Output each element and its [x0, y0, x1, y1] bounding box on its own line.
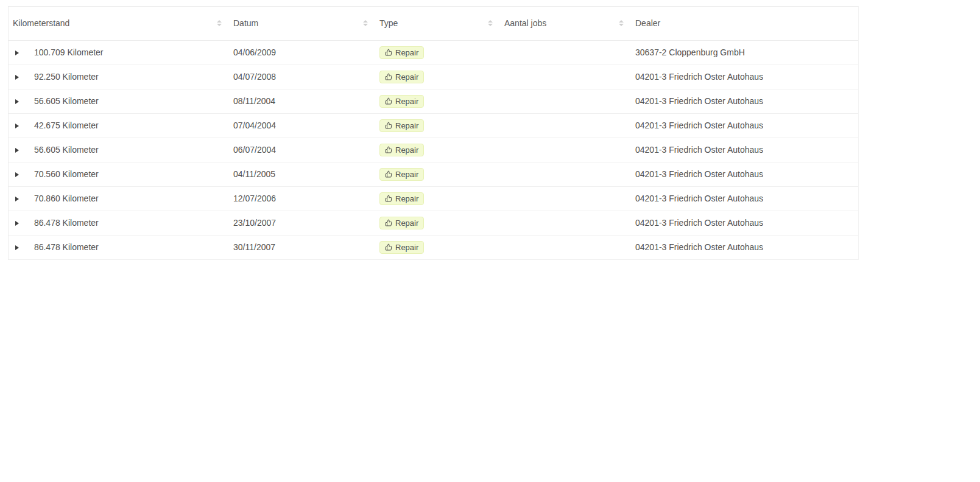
type-tag-label: Repair: [395, 193, 418, 204]
expand-row-icon[interactable]: [15, 99, 19, 104]
dealer-cell: 04201-3 Friedrich Oster Autohaus: [631, 235, 858, 259]
column-header-kilometerstand[interactable]: Kilometerstand: [9, 7, 229, 40]
type-tag: Repair: [379, 168, 424, 181]
thumbs-up-icon: [385, 219, 392, 226]
type-tag-label: Repair: [395, 144, 418, 156]
expand-row-icon[interactable]: [15, 148, 19, 153]
table-header: Kilometerstand Datum Type: [9, 7, 858, 40]
type-tag: Repair: [379, 71, 424, 83]
column-label: Aantal jobs: [504, 18, 546, 28]
table-row: 70.860 Kilometer 12/07/2006 Repair 04201…: [9, 186, 858, 211]
datum-cell: 07/04/2004: [229, 113, 375, 138]
type-cell: Repair: [375, 186, 500, 211]
kilometerstand-value: 100.709 Kilometer: [34, 48, 104, 58]
type-tag: Repair: [379, 241, 424, 254]
dealer-cell: 04201-3 Friedrich Oster Autohaus: [631, 138, 858, 162]
type-cell: Repair: [375, 162, 500, 186]
type-tag: Repair: [379, 192, 424, 205]
thumbs-up-icon: [385, 49, 392, 56]
kilometerstand-cell: 70.860 Kilometer: [9, 186, 229, 211]
datum-value: 30/11/2007: [233, 243, 275, 253]
datum-cell: 06/07/2004: [229, 138, 375, 162]
datum-cell: 04/06/2009: [229, 40, 375, 65]
table-row: 100.709 Kilometer 04/06/2009 Repair 3063…: [9, 40, 858, 65]
expand-row-icon[interactable]: [15, 124, 19, 128]
column-header-type[interactable]: Type: [375, 7, 500, 40]
table-row: 70.560 Kilometer 04/11/2005 Repair 04201…: [9, 162, 858, 186]
type-tag-label: Repair: [395, 71, 418, 83]
datum-value: 04/06/2009: [233, 48, 276, 58]
dealer-value: 04201-3 Friedrich Oster Autohaus: [635, 170, 763, 180]
column-header-dealer: Dealer: [631, 7, 858, 40]
datum-cell: 12/07/2006: [229, 186, 375, 211]
column-label: Kilometerstand: [13, 18, 69, 28]
type-cell: Repair: [375, 138, 500, 162]
thumbs-up-icon: [385, 97, 392, 105]
aantal-jobs-cell: [500, 211, 631, 235]
dealer-value: 04201-3 Friedrich Oster Autohaus: [635, 194, 763, 204]
kilometerstand-cell: 56.605 Kilometer: [9, 138, 229, 162]
table-row: 86.478 Kilometer 23/10/2007 Repair 04201…: [9, 211, 858, 235]
kilometerstand-value: 86.478 Kilometer: [34, 218, 99, 228]
kilometerstand-value: 56.605 Kilometer: [34, 97, 99, 107]
type-cell: Repair: [375, 211, 500, 235]
expand-row-icon[interactable]: [15, 245, 19, 250]
table-row: 56.605 Kilometer 06/07/2004 Repair 04201…: [9, 138, 858, 162]
expand-row-icon[interactable]: [15, 51, 19, 55]
kilometerstand-value: 70.560 Kilometer: [34, 170, 99, 180]
expand-row-icon[interactable]: [15, 221, 19, 226]
dealer-value: 04201-3 Friedrich Oster Autohaus: [635, 97, 763, 107]
type-cell: Repair: [375, 235, 500, 259]
type-cell: Repair: [375, 65, 500, 89]
type-cell: Repair: [375, 40, 500, 65]
type-tag-label: Repair: [395, 169, 418, 180]
datum-cell: 04/07/2008: [229, 65, 375, 89]
kilometerstand-cell: 56.605 Kilometer: [9, 89, 229, 113]
kilometerstand-value: 70.860 Kilometer: [34, 194, 99, 204]
dealer-value: 04201-3 Friedrich Oster Autohaus: [635, 145, 763, 155]
datum-value: 12/07/2006: [233, 194, 276, 204]
column-header-datum[interactable]: Datum: [229, 7, 375, 40]
type-tag: Repair: [379, 119, 424, 132]
kilometerstand-value: 56.605 Kilometer: [34, 145, 99, 155]
table-row: 92.250 Kilometer 04/07/2008 Repair 04201…: [9, 65, 858, 89]
datum-cell: 30/11/2007: [229, 235, 375, 259]
column-label: Dealer: [635, 18, 660, 28]
type-tag: Repair: [379, 217, 424, 229]
column-header-aantal-jobs[interactable]: Aantal jobs: [500, 7, 631, 40]
type-tag-label: Repair: [395, 96, 418, 107]
thumbs-up-icon: [385, 146, 392, 153]
thumbs-up-icon: [385, 170, 392, 178]
type-tag-label: Repair: [395, 120, 418, 131]
kilometerstand-cell: 70.560 Kilometer: [9, 162, 229, 186]
aantal-jobs-cell: [500, 138, 631, 162]
kilometerstand-cell: 86.478 Kilometer: [9, 235, 229, 259]
sort-icon[interactable]: [618, 19, 625, 27]
type-tag: Repair: [379, 46, 424, 59]
aantal-jobs-cell: [500, 113, 631, 138]
column-label: Type: [379, 18, 398, 28]
datum-value: 04/11/2005: [233, 170, 275, 180]
datum-cell: 23/10/2007: [229, 211, 375, 235]
dealer-cell: 04201-3 Friedrich Oster Autohaus: [631, 89, 858, 113]
kilometerstand-cell: 92.250 Kilometer: [9, 65, 229, 89]
thumbs-up-icon: [385, 195, 392, 202]
kilometerstand-cell: 42.675 Kilometer: [9, 113, 229, 138]
sort-icon[interactable]: [216, 19, 223, 27]
expand-row-icon[interactable]: [15, 172, 19, 177]
type-tag-label: Repair: [395, 47, 418, 58]
table-row: 42.675 Kilometer 07/04/2004 Repair 04201…: [9, 113, 858, 138]
dealer-value: 04201-3 Friedrich Oster Autohaus: [635, 121, 763, 131]
dealer-cell: 04201-3 Friedrich Oster Autohaus: [631, 113, 858, 138]
datum-cell: 08/11/2004: [229, 89, 375, 113]
sort-icon[interactable]: [487, 19, 494, 27]
dealer-cell: 04201-3 Friedrich Oster Autohaus: [631, 65, 858, 89]
kilometerstand-cell: 86.478 Kilometer: [9, 211, 229, 235]
table-row: 56.605 Kilometer 08/11/2004 Repair 04201…: [9, 89, 858, 113]
type-cell: Repair: [375, 89, 500, 113]
type-cell: Repair: [375, 113, 500, 138]
expand-row-icon[interactable]: [15, 75, 19, 80]
sort-icon[interactable]: [362, 19, 369, 27]
expand-row-icon[interactable]: [15, 197, 19, 201]
aantal-jobs-cell: [500, 235, 631, 259]
